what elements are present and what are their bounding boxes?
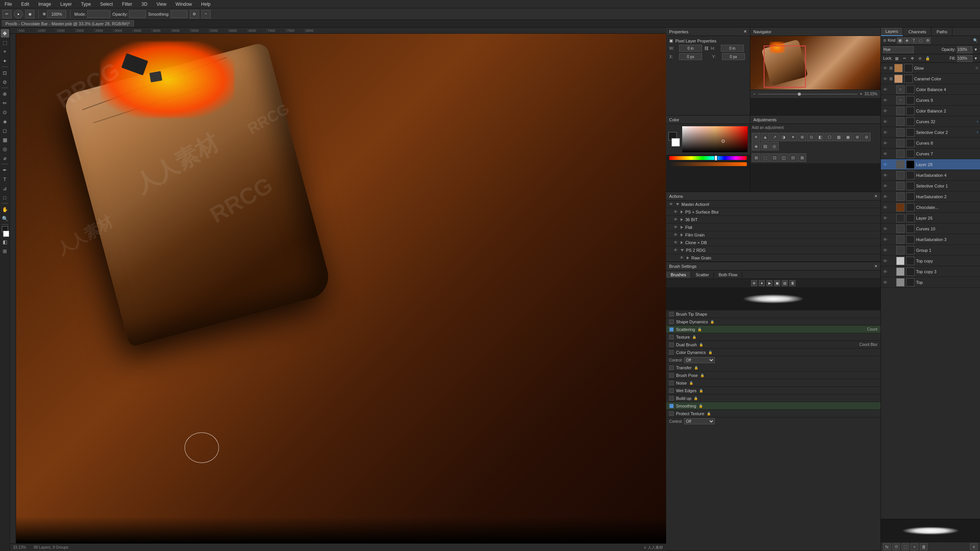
tool-text[interactable]: T bbox=[1, 175, 9, 183]
menu-window[interactable]: Window bbox=[174, 1, 194, 8]
brush-icon-delete[interactable]: 🗑 bbox=[789, 280, 795, 286]
alpha-slider[interactable] bbox=[669, 162, 747, 166]
adj-icon-extra-1[interactable]: ⊞ bbox=[752, 153, 760, 162]
brush-tip-shape-row[interactable]: Brush Tip Shape bbox=[666, 310, 880, 318]
hue-slider[interactable] bbox=[669, 156, 747, 160]
adj-channel-mix[interactable]: ▦ bbox=[835, 133, 843, 141]
eye-l28[interactable]: 👁 bbox=[882, 162, 888, 167]
tool-zoom[interactable]: 🔍 bbox=[1, 214, 9, 223]
adj-brightness[interactable]: ☀ bbox=[752, 133, 760, 141]
tool-brush[interactable]: ✏ bbox=[1, 99, 9, 107]
layer-color-balance-2[interactable]: 👁 Color Balance 2 bbox=[881, 106, 980, 116]
filter-type[interactable]: T bbox=[911, 37, 917, 44]
adj-icon-extra-6[interactable]: ⊠ bbox=[798, 153, 806, 162]
texture-row[interactable]: Texture 🔒 bbox=[666, 333, 880, 341]
eye-l26[interactable]: 👁 bbox=[882, 215, 888, 221]
eye-hs4[interactable]: 👁 bbox=[882, 173, 888, 178]
navigator-image[interactable] bbox=[750, 36, 880, 90]
background-color[interactable] bbox=[3, 231, 9, 237]
layer-curves-9[interactable]: 👁 ↗ Curves 9 bbox=[881, 95, 980, 106]
protect-texture-row[interactable]: Protect Texture 🔒 bbox=[666, 410, 880, 417]
eye-c10[interactable]: 👁 bbox=[882, 226, 888, 231]
layers-tab-channels[interactable]: Channels bbox=[904, 28, 931, 36]
adj-icon-extra-3[interactable]: ⊡ bbox=[770, 153, 779, 162]
layer-glow[interactable]: 👁 ⛓ Glow fx bbox=[881, 63, 980, 73]
build-up-row[interactable]: Build up 🔒 bbox=[666, 395, 880, 402]
adj-icon-extra-5[interactable]: ⊟ bbox=[789, 153, 797, 162]
tool-lasso[interactable]: ⌖ bbox=[1, 47, 9, 56]
layers-tab-layers[interactable]: Layers bbox=[881, 28, 903, 36]
layer-26[interactable]: 👁 Layer 26 bbox=[881, 213, 980, 223]
eye-sc2[interactable]: 👁 bbox=[882, 130, 888, 135]
lock-all[interactable]: 🔒 bbox=[924, 55, 931, 62]
x-input[interactable] bbox=[679, 53, 702, 60]
delete-layer-btn[interactable]: 🗑 bbox=[920, 543, 928, 550]
layer-curves-8[interactable]: 👁 Curves 8 bbox=[881, 138, 980, 148]
fill-dropdown[interactable]: ▼ bbox=[974, 56, 978, 60]
eye-tc[interactable]: 👁 bbox=[882, 258, 888, 264]
eye-caramel[interactable]: 👁 bbox=[882, 76, 888, 82]
filter-pixel[interactable]: ▣ bbox=[897, 37, 903, 44]
tool-pen[interactable]: ✒ bbox=[1, 166, 9, 174]
menu-filter[interactable]: Filter bbox=[121, 1, 134, 8]
blend-mode-select[interactable] bbox=[883, 46, 914, 53]
control-select[interactable]: Off bbox=[684, 357, 715, 363]
opacity-value-input[interactable] bbox=[957, 46, 972, 53]
brush-close[interactable]: ✕ bbox=[874, 264, 877, 268]
eye-glow[interactable]: 👁 bbox=[882, 65, 888, 71]
filter-smart[interactable]: ⊕ bbox=[924, 37, 931, 44]
filter-adj[interactable]: ◈ bbox=[904, 37, 910, 44]
adj-hue-sat[interactable]: ⊕ bbox=[798, 133, 806, 141]
color-gradient[interactable] bbox=[682, 126, 748, 152]
wet-edges-row[interactable]: Wet Edges 🔒 bbox=[666, 387, 880, 395]
wet-edges-checkbox[interactable] bbox=[669, 388, 674, 393]
add-adjustment-btn[interactable]: fx bbox=[883, 543, 891, 550]
eye-choc[interactable]: 👁 bbox=[882, 205, 888, 210]
noise-row[interactable]: Noise 🔒 bbox=[666, 379, 880, 387]
tool-healing[interactable]: ⊕ bbox=[1, 90, 9, 98]
tool-gradient[interactable]: ▦ bbox=[1, 135, 9, 144]
h-input[interactable] bbox=[721, 45, 744, 52]
add-mask-btn[interactable]: ⊙ bbox=[892, 543, 900, 550]
adj-icon-extra-2[interactable]: ⬚ bbox=[761, 153, 769, 162]
layer-hue-sat-2[interactable]: 👁 HueSaturation 2 bbox=[881, 191, 980, 202]
layer-caramel[interactable]: 👁 ⛓ Caramel Color bbox=[881, 73, 980, 84]
adj-vibrance[interactable]: ✦ bbox=[789, 133, 797, 141]
brush-pose-row[interactable]: Brush Pose 🔒 bbox=[666, 372, 880, 379]
layer-curves-7[interactable]: 👁 Curves 7 bbox=[881, 148, 980, 159]
menu-view[interactable]: View bbox=[155, 1, 168, 8]
action-flat[interactable]: 👁 Flat bbox=[666, 223, 880, 231]
layer-top[interactable]: 👁 Top bbox=[881, 277, 980, 288]
brush-icon-play[interactable]: ▶ bbox=[766, 280, 773, 286]
brush-tip-checkbox[interactable] bbox=[669, 312, 674, 316]
adj-color-lookup[interactable]: ▣ bbox=[844, 133, 852, 141]
layer-color-balance-4[interactable]: 👁 ⊙ Color Balance 4 bbox=[881, 84, 980, 95]
eye-sc1[interactable]: 👁 bbox=[882, 183, 888, 189]
new-layer-btn[interactable]: + bbox=[911, 543, 918, 550]
brush-icon-3[interactable]: ▣ bbox=[774, 280, 780, 286]
tool-brush-icon[interactable]: ✏ bbox=[2, 10, 11, 18]
eye-c9[interactable]: 👁 bbox=[882, 98, 888, 103]
adj-threshold[interactable]: ◈ bbox=[752, 142, 760, 150]
layer-chocolate-group[interactable]: 👁 Chocolate... bbox=[881, 202, 980, 213]
scattering-row[interactable]: Scattering 🔒 Count bbox=[666, 326, 880, 333]
create-group-btn[interactable]: ⬚ bbox=[902, 543, 909, 550]
eye-c7[interactable]: 👁 bbox=[882, 151, 888, 156]
brush-tab-both-flow[interactable]: Both Flow bbox=[714, 272, 742, 278]
settings-icon[interactable]: ⚙ bbox=[190, 10, 199, 18]
action-raw-grain[interactable]: 👁 Raw Grain bbox=[666, 254, 880, 262]
layer-top-copy[interactable]: 👁 Top copy bbox=[881, 256, 980, 266]
background-swatch[interactable] bbox=[671, 138, 680, 147]
brush-tab-brushes[interactable]: Brushes bbox=[666, 272, 691, 278]
eye-c32[interactable]: 👁 bbox=[882, 119, 888, 124]
action-surface-blur[interactable]: 👁 PS + Surface Blur bbox=[666, 208, 880, 216]
menu-help[interactable]: Help bbox=[199, 1, 212, 8]
opacity-input[interactable]: 100% bbox=[129, 10, 146, 18]
menu-edit[interactable]: Edit bbox=[20, 1, 31, 8]
adj-icon-extra-4[interactable]: ◫ bbox=[779, 153, 788, 162]
adj-exposure[interactable]: ◑ bbox=[779, 133, 788, 141]
circle-selection[interactable] bbox=[185, 432, 219, 463]
tool-eyedropper[interactable]: ⊘ bbox=[1, 78, 9, 86]
tool-dodge[interactable]: ⌀ bbox=[1, 154, 9, 162]
action-clone-db[interactable]: 👁 Clone + DB bbox=[666, 239, 880, 246]
